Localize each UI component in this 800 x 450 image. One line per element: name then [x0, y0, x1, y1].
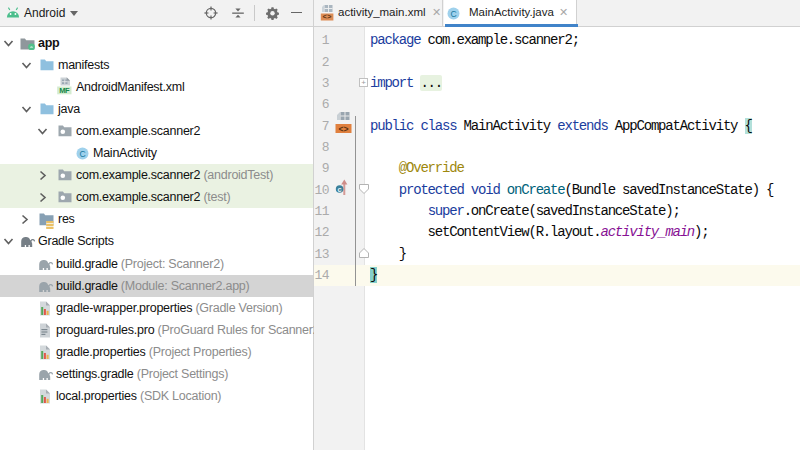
- svg-text:C: C: [450, 9, 456, 19]
- svg-text:c: c: [338, 185, 342, 194]
- svg-text:<>: <>: [322, 13, 332, 21]
- svg-text:C: C: [80, 149, 86, 159]
- svg-text:<>: <>: [338, 125, 348, 135]
- svg-text:MF: MF: [59, 86, 70, 95]
